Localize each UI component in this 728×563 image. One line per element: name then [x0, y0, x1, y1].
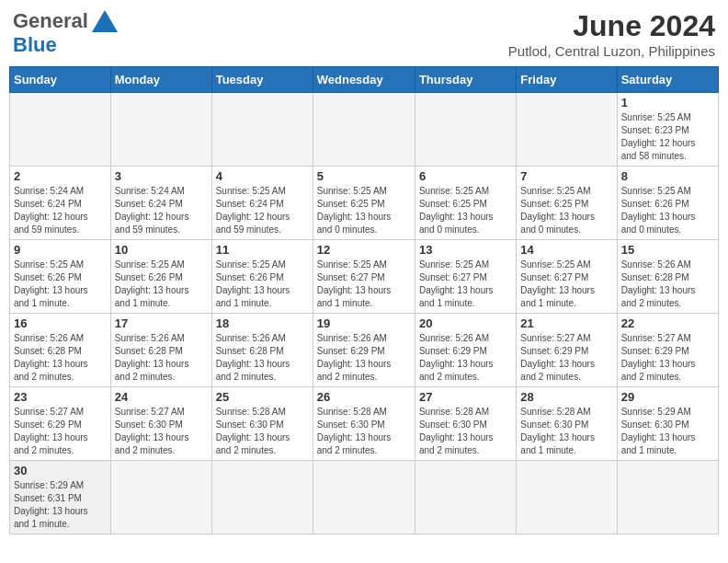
day-info: Sunrise: 5:29 AM Sunset: 6:30 PM Dayligh…: [621, 406, 714, 457]
day-number: 14: [520, 243, 612, 257]
calendar-day-cell: 2Sunrise: 5:24 AM Sunset: 6:24 PM Daylig…: [10, 167, 111, 240]
calendar-day-cell: [415, 461, 516, 534]
day-number: 19: [317, 316, 411, 330]
calendar-day-cell: [313, 461, 415, 534]
day-info: Sunrise: 5:28 AM Sunset: 6:30 PM Dayligh…: [216, 406, 309, 457]
day-info: Sunrise: 5:26 AM Sunset: 6:29 PM Dayligh…: [317, 332, 411, 384]
calendar-day-cell: [10, 93, 111, 167]
calendar-day-cell: 21Sunrise: 5:27 AM Sunset: 6:29 PM Dayli…: [517, 314, 617, 387]
day-info: Sunrise: 5:27 AM Sunset: 6:29 PM Dayligh…: [621, 332, 714, 384]
calendar-day-cell: 22Sunrise: 5:27 AM Sunset: 6:29 PM Dayli…: [617, 314, 718, 387]
calendar-day-cell: 9Sunrise: 5:25 AM Sunset: 6:26 PM Daylig…: [10, 240, 111, 314]
header-wednesday: Wednesday: [313, 67, 415, 93]
calendar-day-cell: [211, 461, 313, 534]
calendar-day-cell: 3Sunrise: 5:24 AM Sunset: 6:24 PM Daylig…: [110, 167, 211, 240]
calendar-day-cell: 16Sunrise: 5:26 AM Sunset: 6:28 PM Dayli…: [10, 314, 111, 387]
calendar-day-cell: [110, 461, 211, 534]
calendar-day-cell: 5Sunrise: 5:25 AM Sunset: 6:25 PM Daylig…: [313, 167, 415, 240]
header-tuesday: Tuesday: [211, 67, 313, 93]
logo-blue-text: Blue: [13, 33, 57, 57]
day-number: 25: [216, 390, 309, 404]
day-number: 18: [216, 316, 309, 330]
calendar-day-cell: 17Sunrise: 5:26 AM Sunset: 6:28 PM Dayli…: [110, 314, 211, 387]
day-number: 12: [317, 243, 411, 257]
day-number: 10: [115, 243, 208, 257]
day-info: Sunrise: 5:24 AM Sunset: 6:24 PM Dayligh…: [14, 185, 107, 236]
calendar-day-cell: 20Sunrise: 5:26 AM Sunset: 6:29 PM Dayli…: [415, 314, 516, 387]
day-info: Sunrise: 5:28 AM Sunset: 6:30 PM Dayligh…: [317, 406, 411, 457]
day-info: Sunrise: 5:26 AM Sunset: 6:28 PM Dayligh…: [115, 332, 208, 384]
calendar-day-cell: 25Sunrise: 5:28 AM Sunset: 6:30 PM Dayli…: [211, 387, 313, 461]
header-friday: Friday: [517, 67, 617, 93]
day-info: Sunrise: 5:25 AM Sunset: 6:27 PM Dayligh…: [317, 259, 411, 310]
day-number: 20: [419, 316, 512, 330]
page-header: General Blue June 2024 Putlod, Central L…: [9, 9, 719, 59]
day-number: 3: [115, 169, 208, 183]
day-number: 17: [115, 316, 208, 330]
day-number: 30: [14, 464, 107, 477]
day-info: Sunrise: 5:25 AM Sunset: 6:25 PM Dayligh…: [520, 185, 612, 236]
day-info: Sunrise: 5:29 AM Sunset: 6:31 PM Dayligh…: [14, 479, 107, 531]
day-number: 26: [317, 390, 411, 404]
calendar-day-cell: 4Sunrise: 5:25 AM Sunset: 6:24 PM Daylig…: [211, 167, 313, 240]
day-number: 5: [317, 169, 411, 183]
day-info: Sunrise: 5:27 AM Sunset: 6:29 PM Dayligh…: [520, 332, 612, 384]
logo-general-text: General: [13, 9, 88, 33]
calendar-day-cell: 12Sunrise: 5:25 AM Sunset: 6:27 PM Dayli…: [313, 240, 415, 314]
calendar-week-row: 2Sunrise: 5:24 AM Sunset: 6:24 PM Daylig…: [10, 167, 719, 240]
calendar-day-cell: 10Sunrise: 5:25 AM Sunset: 6:26 PM Dayli…: [110, 240, 211, 314]
day-info: Sunrise: 5:24 AM Sunset: 6:24 PM Dayligh…: [115, 185, 208, 236]
calendar-day-cell: [110, 93, 211, 167]
day-info: Sunrise: 5:25 AM Sunset: 6:26 PM Dayligh…: [216, 259, 309, 310]
logo: General Blue: [13, 9, 118, 57]
day-number: 7: [520, 169, 612, 183]
calendar-week-row: 1Sunrise: 5:25 AM Sunset: 6:23 PM Daylig…: [10, 93, 719, 167]
calendar-day-cell: 26Sunrise: 5:28 AM Sunset: 6:30 PM Dayli…: [313, 387, 415, 461]
calendar-day-cell: [313, 93, 415, 167]
calendar-week-row: 9Sunrise: 5:25 AM Sunset: 6:26 PM Daylig…: [10, 240, 719, 314]
calendar-day-cell: [211, 93, 313, 167]
day-number: 4: [216, 169, 309, 183]
day-info: Sunrise: 5:27 AM Sunset: 6:29 PM Dayligh…: [14, 406, 107, 457]
day-number: 13: [419, 243, 512, 257]
calendar-day-cell: 28Sunrise: 5:28 AM Sunset: 6:30 PM Dayli…: [517, 387, 617, 461]
day-info: Sunrise: 5:25 AM Sunset: 6:27 PM Dayligh…: [419, 259, 512, 310]
day-number: 1: [621, 96, 714, 109]
calendar-day-cell: 13Sunrise: 5:25 AM Sunset: 6:27 PM Dayli…: [415, 240, 516, 314]
calendar-week-row: 23Sunrise: 5:27 AM Sunset: 6:29 PM Dayli…: [10, 387, 719, 461]
calendar-day-cell: [617, 461, 718, 534]
calendar-day-cell: [517, 461, 617, 534]
calendar-day-cell: 7Sunrise: 5:25 AM Sunset: 6:25 PM Daylig…: [517, 167, 617, 240]
header-sunday: Sunday: [10, 67, 111, 93]
day-number: 24: [115, 390, 208, 404]
calendar-day-cell: 27Sunrise: 5:28 AM Sunset: 6:30 PM Dayli…: [415, 387, 516, 461]
day-number: 15: [621, 243, 714, 257]
calendar-week-row: 16Sunrise: 5:26 AM Sunset: 6:28 PM Dayli…: [10, 314, 719, 387]
calendar-day-cell: 8Sunrise: 5:25 AM Sunset: 6:26 PM Daylig…: [617, 167, 718, 240]
day-number: 6: [419, 169, 512, 183]
calendar-day-cell: [415, 93, 516, 167]
day-info: Sunrise: 5:25 AM Sunset: 6:25 PM Dayligh…: [419, 185, 512, 236]
day-number: 16: [14, 316, 107, 330]
calendar-day-cell: 6Sunrise: 5:25 AM Sunset: 6:25 PM Daylig…: [415, 167, 516, 240]
day-info: Sunrise: 5:28 AM Sunset: 6:30 PM Dayligh…: [419, 406, 512, 457]
calendar-table: Sunday Monday Tuesday Wednesday Thursday…: [9, 66, 719, 534]
day-number: 8: [621, 169, 714, 183]
day-info: Sunrise: 5:25 AM Sunset: 6:25 PM Dayligh…: [317, 185, 411, 236]
calendar-day-cell: 14Sunrise: 5:25 AM Sunset: 6:27 PM Dayli…: [517, 240, 617, 314]
calendar-day-cell: 29Sunrise: 5:29 AM Sunset: 6:30 PM Dayli…: [617, 387, 718, 461]
day-info: Sunrise: 5:25 AM Sunset: 6:26 PM Dayligh…: [115, 259, 208, 310]
header-thursday: Thursday: [415, 67, 516, 93]
day-info: Sunrise: 5:26 AM Sunset: 6:29 PM Dayligh…: [419, 332, 512, 384]
day-number: 23: [14, 390, 107, 404]
calendar-day-cell: 18Sunrise: 5:26 AM Sunset: 6:28 PM Dayli…: [211, 314, 313, 387]
day-info: Sunrise: 5:26 AM Sunset: 6:28 PM Dayligh…: [621, 259, 714, 310]
day-info: Sunrise: 5:25 AM Sunset: 6:26 PM Dayligh…: [621, 185, 714, 236]
day-info: Sunrise: 5:25 AM Sunset: 6:27 PM Dayligh…: [520, 259, 612, 310]
day-info: Sunrise: 5:26 AM Sunset: 6:28 PM Dayligh…: [14, 332, 107, 384]
day-number: 21: [520, 316, 612, 330]
calendar-day-cell: [517, 93, 617, 167]
calendar-day-cell: 23Sunrise: 5:27 AM Sunset: 6:29 PM Dayli…: [10, 387, 111, 461]
day-info: Sunrise: 5:25 AM Sunset: 6:23 PM Dayligh…: [621, 111, 714, 163]
calendar-header-row: Sunday Monday Tuesday Wednesday Thursday…: [10, 67, 719, 93]
